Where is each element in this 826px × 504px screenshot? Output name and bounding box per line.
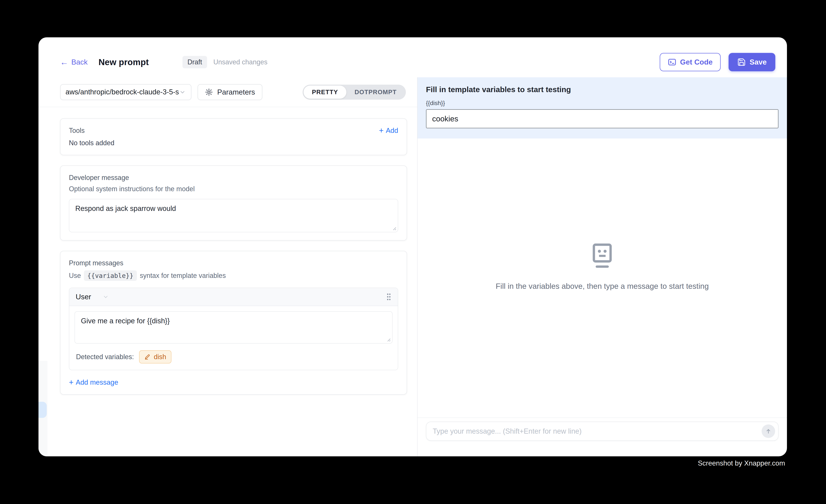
- resize-handle-icon[interactable]: [386, 336, 391, 342]
- chat-area: Fill in the variables above, then type a…: [417, 138, 787, 418]
- add-tool-button[interactable]: + Add: [379, 127, 398, 134]
- chevron-down-icon: [102, 294, 109, 300]
- role-select-value: User: [76, 293, 91, 301]
- user-message-textarea[interactable]: Give me a recipe for {{dish}}: [75, 312, 392, 343]
- editor-toolbar: aws/anthropic/bedrock-claude-3-5-s... Pa…: [39, 77, 417, 107]
- parameters-label: Parameters: [217, 88, 255, 96]
- chat-message-input[interactable]: [433, 427, 762, 435]
- role-select[interactable]: User: [76, 293, 109, 301]
- chat-input-box: [426, 422, 778, 441]
- drag-dots-icon: [386, 293, 392, 301]
- dish-variable-label: {{dish}}: [426, 100, 778, 107]
- detected-variables-label: Detected variables:: [76, 353, 134, 361]
- side-nav-active-item[interactable]: [39, 402, 47, 418]
- get-code-button[interactable]: Get Code: [660, 53, 721, 71]
- gear-icon: [205, 88, 213, 96]
- hint-suffix: syntax for template variables: [140, 272, 226, 279]
- test-pane: Fill in template variables to start test…: [417, 77, 787, 456]
- tools-title: Tools: [69, 127, 85, 134]
- message-header: User: [69, 288, 398, 306]
- back-label: Back: [71, 58, 88, 66]
- add-message-button[interactable]: + Add message: [69, 378, 398, 386]
- screenshot-stage: ← Back New prompt Draft Unsaved changes …: [0, 0, 826, 504]
- plus-icon: +: [69, 378, 74, 386]
- message-block: User Give me a recipe for {{dish}}: [69, 288, 398, 370]
- add-tool-label: Add: [386, 127, 398, 134]
- template-variables-panel: Fill in template variables to start test…: [417, 77, 787, 138]
- parameters-button[interactable]: Parameters: [197, 84, 262, 100]
- arrow-up-icon: [765, 428, 772, 434]
- back-arrow-icon: ←: [60, 58, 68, 66]
- header: ← Back New prompt Draft Unsaved changes …: [39, 37, 787, 77]
- save-button[interactable]: Save: [728, 53, 775, 71]
- prompt-messages-card: Prompt messages Use {{variable}} syntax …: [60, 251, 407, 395]
- chat-input-section: [417, 418, 787, 456]
- message-body: Give me a recipe for {{dish}} Detected v…: [69, 306, 398, 370]
- unsaved-changes-text: Unsaved changes: [214, 58, 268, 66]
- prompt-messages-title: Prompt messages: [69, 259, 398, 267]
- back-button[interactable]: ← Back: [60, 58, 88, 66]
- status-badge: Draft: [182, 56, 207, 68]
- hint-prefix: Use: [69, 272, 81, 279]
- dish-variable-input[interactable]: [426, 109, 778, 128]
- developer-message-textarea[interactable]: Respond as jack sparrow would: [69, 199, 398, 232]
- drag-handle[interactable]: [386, 293, 392, 301]
- toggle-pretty[interactable]: PRETTY: [304, 85, 346, 99]
- developer-message-card: Developer message Optional system instru…: [60, 166, 407, 241]
- robot-face-icon: [592, 243, 613, 270]
- send-button[interactable]: [762, 425, 775, 438]
- chevron-down-icon: [179, 88, 186, 96]
- model-select-value: aws/anthropic/bedrock-claude-3-5-s...: [65, 88, 179, 96]
- watermark-text: Screenshot by Xnapper.com: [698, 459, 785, 467]
- get-code-label: Get Code: [680, 58, 713, 66]
- editor-cards: Tools + Add No tools added Developer mes…: [39, 107, 417, 395]
- variable-badge-label: dish: [154, 353, 166, 361]
- save-label: Save: [750, 58, 767, 66]
- save-icon: [737, 58, 746, 66]
- variable-badge-dish[interactable]: dish: [139, 350, 171, 364]
- side-nav-strip: [39, 361, 48, 456]
- pencil-icon: [144, 354, 151, 360]
- variable-syntax-chip: {{variable}}: [84, 270, 137, 281]
- chat-empty-caption: Fill in the variables above, then type a…: [496, 282, 709, 291]
- content: aws/anthropic/bedrock-claude-3-5-s... Pa…: [39, 77, 787, 456]
- page-title: New prompt: [99, 57, 149, 67]
- detected-variables-row: Detected variables: dish: [74, 350, 393, 364]
- terminal-icon: [668, 58, 676, 66]
- header-actions: Get Code Save: [660, 53, 775, 71]
- add-message-label: Add message: [76, 378, 118, 386]
- view-toggle: PRETTY DOTPROMPT: [303, 85, 406, 100]
- developer-message-title: Developer message: [69, 174, 398, 182]
- toggle-dotprompt[interactable]: DOTPROMPT: [346, 85, 405, 99]
- resize-handle-icon[interactable]: [391, 225, 396, 231]
- tools-card: Tools + Add No tools added: [60, 118, 407, 155]
- developer-message-subtitle: Optional system instructions for the mod…: [69, 185, 398, 193]
- app-window: ← Back New prompt Draft Unsaved changes …: [39, 37, 787, 456]
- plus-icon: +: [379, 127, 384, 134]
- tools-empty-text: No tools added: [69, 139, 398, 147]
- editor-pane: aws/anthropic/bedrock-claude-3-5-s... Pa…: [39, 77, 417, 456]
- chat-empty-state: Fill in the variables above, then type a…: [417, 243, 787, 291]
- variables-panel-title: Fill in template variables to start test…: [426, 85, 778, 94]
- model-select[interactable]: aws/anthropic/bedrock-claude-3-5-s...: [60, 84, 191, 100]
